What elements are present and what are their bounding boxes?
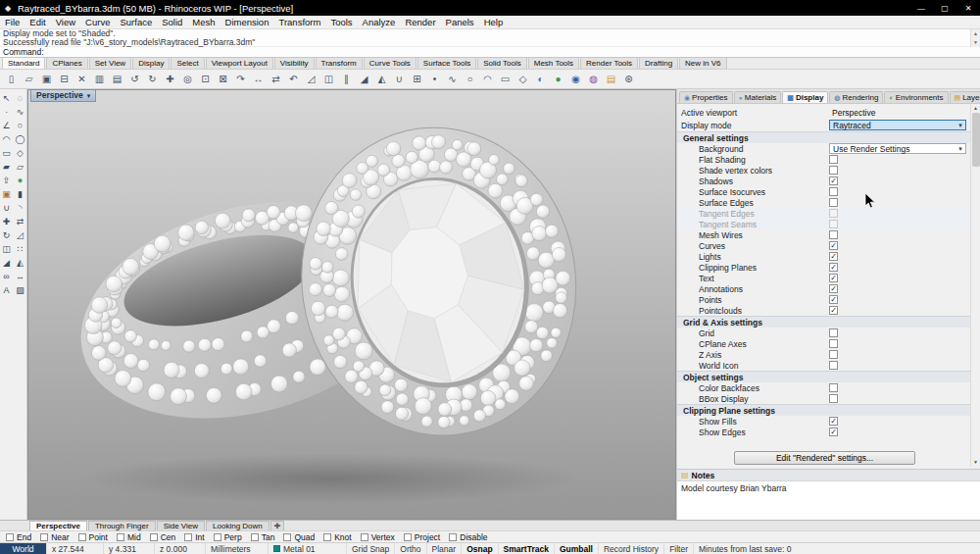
scroll-down-icon[interactable]: ▼ bbox=[973, 458, 978, 467]
undo-icon[interactable]: ↺ bbox=[126, 71, 143, 87]
osnap-near[interactable]: Near bbox=[40, 532, 69, 542]
render-icon[interactable]: ◍ bbox=[585, 71, 602, 87]
flat-shading-checkbox[interactable] bbox=[829, 155, 838, 164]
int-checkbox[interactable] bbox=[184, 533, 192, 541]
quad-checkbox[interactable] bbox=[283, 533, 291, 541]
command-scrollbar[interactable]: ▲ ▼ bbox=[970, 29, 980, 47]
world-icon-checkbox[interactable] bbox=[829, 361, 838, 370]
mesh-wires-checkbox[interactable] bbox=[829, 230, 838, 239]
scale-tool-icon[interactable]: ◿ bbox=[14, 228, 26, 241]
point-checkbox[interactable] bbox=[78, 533, 86, 541]
toolbar-tab-viewport-layout[interactable]: Viewport Layout bbox=[206, 58, 273, 69]
dimension-tool-icon[interactable]: ↔ bbox=[14, 270, 26, 282]
sphere-tool-icon[interactable]: ● bbox=[14, 174, 26, 186]
command-input[interactable]: Command: bbox=[0, 47, 980, 57]
points-checkbox[interactable]: ✓ bbox=[829, 295, 838, 304]
tangent-edges-checkbox[interactable] bbox=[829, 209, 838, 218]
toggle-ortho[interactable]: Ortho bbox=[395, 543, 426, 554]
units-display[interactable]: Millimeters bbox=[206, 543, 269, 554]
rectangle-tool-icon[interactable]: ▭ bbox=[0, 146, 13, 159]
curve-tool-icon[interactable]: ∿ bbox=[14, 105, 26, 118]
shaded-display-icon[interactable]: ◐ bbox=[532, 71, 549, 87]
rectangle-icon[interactable]: ▭ bbox=[497, 71, 514, 87]
grid-checkbox[interactable] bbox=[829, 328, 838, 337]
osnap-mid[interactable]: Mid bbox=[117, 532, 141, 542]
cut-icon[interactable]: ✕ bbox=[74, 71, 90, 87]
disable-checkbox[interactable] bbox=[449, 533, 457, 541]
rotate-tool-icon[interactable]: ↻ bbox=[0, 228, 13, 241]
point-icon[interactable]: • bbox=[426, 71, 443, 87]
toggle-filter[interactable]: Filter bbox=[664, 543, 694, 554]
toolbar-tab-transform[interactable]: Transform bbox=[316, 58, 363, 69]
print-icon[interactable]: ⊟ bbox=[56, 71, 73, 87]
scrollbar-thumb[interactable] bbox=[972, 113, 980, 167]
osnap-cen[interactable]: Cen bbox=[150, 532, 176, 542]
toolbar-tab-new-in-v6[interactable]: New in V6 bbox=[679, 58, 726, 69]
toolbar-tab-set-view[interactable]: Set View bbox=[89, 58, 131, 69]
osnap-int[interactable]: Int bbox=[184, 532, 204, 542]
join-tool-icon[interactable]: ∞ bbox=[0, 270, 13, 282]
toolbar-tab-standard[interactable]: Standard bbox=[2, 58, 45, 69]
panel-tab-rendering[interactable]: ◍Rendering bbox=[829, 91, 883, 103]
scale-icon[interactable]: ◿ bbox=[303, 71, 319, 87]
toggle-osnap[interactable]: Osnap bbox=[462, 543, 498, 554]
display-mode-dropdown[interactable]: Raytraced▾ bbox=[829, 120, 966, 130]
show-fills-checkbox[interactable]: ✓ bbox=[829, 417, 838, 426]
menu-dimension[interactable]: Dimension bbox=[220, 17, 274, 27]
panel-tab-layers[interactable]: ▤Layers bbox=[950, 91, 980, 103]
toolbar-tab-cplanes[interactable]: CPlanes bbox=[46, 58, 87, 69]
notes-content[interactable]: Model courtesy Brian Ybarra bbox=[677, 480, 980, 520]
rotate-icon[interactable]: ↶ bbox=[285, 71, 302, 87]
menu-view[interactable]: View bbox=[51, 17, 80, 27]
polygon-tool-icon[interactable]: ◇ bbox=[14, 146, 26, 159]
menu-surface[interactable]: Surface bbox=[115, 17, 157, 27]
box-tool-icon[interactable]: ▣ bbox=[0, 187, 13, 200]
shade-vertex-colors-checkbox[interactable] bbox=[829, 166, 838, 175]
menu-mesh[interactable]: Mesh bbox=[187, 17, 220, 27]
viewport-tab-side-view[interactable]: Side View bbox=[157, 521, 205, 530]
polyline-tool-icon[interactable]: ∠ bbox=[0, 119, 13, 131]
perspective-viewport[interactable]: Perspective ▾ bbox=[27, 89, 676, 520]
trim-icon[interactable]: ◢ bbox=[356, 71, 372, 87]
join-icon[interactable]: ∪ bbox=[391, 71, 408, 87]
osnap-knot[interactable]: Knot bbox=[323, 532, 352, 542]
show-edges-checkbox[interactable]: ✓ bbox=[829, 428, 838, 436]
color-backfaces-checkbox[interactable] bbox=[829, 383, 838, 392]
minimize-button[interactable]: — bbox=[909, 0, 933, 16]
toolbar-tab-drafting[interactable]: Drafting bbox=[639, 58, 678, 69]
hatch-tool-icon[interactable]: ▨ bbox=[14, 283, 26, 296]
move-tool-icon[interactable]: ✚ bbox=[0, 215, 13, 227]
pointclouds-checkbox[interactable]: ✓ bbox=[829, 306, 838, 315]
menu-edit[interactable]: Edit bbox=[24, 17, 50, 27]
panel-tab-materials[interactable]: ●Materials bbox=[734, 91, 782, 103]
split-tool-icon[interactable]: ◭ bbox=[14, 256, 26, 269]
zoom-extents-icon[interactable]: ⊠ bbox=[215, 71, 231, 87]
project-checkbox[interactable] bbox=[404, 533, 412, 541]
ellipse-tool-icon[interactable]: ◯ bbox=[14, 132, 26, 145]
open-file-icon[interactable]: ▱ bbox=[21, 71, 37, 87]
osnap-project[interactable]: Project bbox=[404, 532, 440, 542]
knot-checkbox[interactable] bbox=[323, 533, 331, 541]
panel-scrollbar[interactable]: ▲ ▼ bbox=[970, 104, 980, 467]
surface-tool-icon[interactable]: ▰ bbox=[0, 160, 13, 173]
zoom-dynamic-icon[interactable]: ◎ bbox=[179, 71, 196, 87]
panel-tab-display[interactable]: ▦Display bbox=[782, 91, 828, 103]
ring-render[interactable] bbox=[28, 90, 675, 519]
tangent-seams-checkbox[interactable] bbox=[829, 220, 838, 228]
osnap-disable[interactable]: Disable bbox=[449, 532, 487, 542]
toggle-grid-snap[interactable]: Grid Snap bbox=[347, 543, 395, 554]
fillet-tool-icon[interactable]: ◝ bbox=[14, 201, 26, 214]
z-axis-checkbox[interactable] bbox=[829, 350, 838, 359]
osnap-end[interactable]: End bbox=[6, 532, 31, 542]
rendered-display-icon[interactable]: ● bbox=[550, 71, 566, 87]
menu-file[interactable]: File bbox=[0, 17, 24, 27]
near-checkbox[interactable] bbox=[40, 533, 48, 541]
current-layer[interactable]: Metal 01 bbox=[269, 543, 347, 554]
clipping-planes-checkbox[interactable]: ✓ bbox=[829, 263, 838, 272]
redo-icon[interactable]: ↻ bbox=[144, 71, 161, 87]
arc-tool-icon[interactable]: ◠ bbox=[0, 132, 13, 145]
copy-icon[interactable]: ▥ bbox=[91, 71, 108, 87]
cplane-axes-checkbox[interactable] bbox=[829, 339, 838, 348]
menu-analyze[interactable]: Analyze bbox=[358, 17, 401, 27]
toolbar-tab-display[interactable]: Display bbox=[132, 58, 170, 69]
